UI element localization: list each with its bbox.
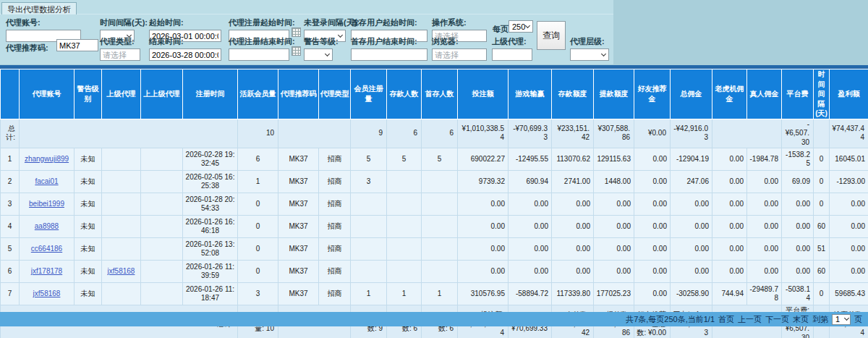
cell: jxf58168 [102,261,141,283]
cell: 690.94 [509,171,552,193]
totals-cell: - ¥6,507.30 [782,119,814,148]
cell: 未知 [75,171,102,193]
column-header: 老虎机佣金 [712,69,747,119]
cell [422,261,458,283]
cell: 1 [387,283,422,305]
cell: 0.00 [594,216,634,238]
cell: 0 [814,171,830,193]
cell: zhangwuji899 [20,148,75,171]
cell [102,148,141,171]
cell: 0.00 [782,193,814,216]
cell: 3 [1,193,20,216]
column-header: 盈利额 [830,69,868,119]
start-time-label: 起始时间: [149,17,221,28]
cell: MK37 [278,171,319,193]
calendar-icon[interactable] [292,46,301,56]
agent-ref-input[interactable] [56,39,98,51]
parent-agent-label: 上级代理: [492,36,532,47]
cell: 0.00 [712,238,747,261]
first-deposit-end-input[interactable] [351,48,427,61]
agent-account-link[interactable]: beibei1999 [29,200,64,208]
cell: 0.00 [747,171,782,193]
end-time-label: 结束时间: [149,36,221,47]
cell [141,148,183,171]
table-row: 3beibei1999未知2026-01-28 20:54:330MK37招商0… [1,193,868,216]
cell: -1984.78 [747,148,782,171]
cell: 113070.62 [552,148,594,171]
agent-reg-start-label: 代理注册起始时间: [229,17,295,28]
agent-level-select[interactable] [570,48,609,61]
goto-page-prefix: 到第 [812,314,828,325]
agent-reg-end-input[interactable] [229,48,289,61]
column-header: 上级代理 [102,69,141,119]
cell [387,238,422,261]
end-time-input[interactable] [149,48,221,61]
cell: 9739.32 [458,171,509,193]
totals-cell [814,119,830,148]
cell [351,261,387,283]
cell: 0.00 [830,216,868,238]
cell [387,216,422,238]
cell [387,193,422,216]
table-row: 2facai01未知2026-02-05 16:25:381MK37招商3973… [1,171,868,193]
page-number-select[interactable]: 1 [832,314,851,325]
last-page-link[interactable]: 末页 [793,314,809,325]
cell: 0.00 [830,193,868,216]
cell: aa8988 [20,216,75,238]
agent-account-link[interactable]: jxf178178 [31,267,62,275]
agent-account-link[interactable]: zhangwuji899 [25,155,69,163]
agent-type-label: 代理类型: [100,36,140,47]
cell: 招商 [319,261,351,283]
warning-level-select[interactable] [304,48,333,61]
first-deposit-start-label: 首存用户起始时间: [351,17,427,28]
agent-type-input[interactable] [100,48,140,61]
cell: 0.00 [594,261,634,283]
next-page-link[interactable]: 下一页 [765,314,789,325]
agent-account-link[interactable]: jxf58168 [33,290,61,297]
totals-cell: 6 [387,119,422,148]
table-row: 4aa8988未知2026-01-26 16:46:180MK37招商0.000… [1,216,868,238]
cell: 0.00 [458,261,509,283]
per-page-select[interactable]: 250 [509,20,533,33]
agent-level-label: 代理层级: [570,36,609,47]
table-row: 5cc664186未知2026-01-26 13:52:080MK37招商0.0… [1,238,868,261]
cell: 0.00 [509,193,552,216]
first-page-link[interactable]: 首页 [718,314,734,325]
parent-agent-link[interactable]: jxf58168 [108,267,135,275]
cell: 0.00 [634,261,671,283]
cell: 0.00 [747,216,782,238]
totals-cell [20,119,238,148]
chevron-down-icon [325,51,330,56]
totals-cell: 总计: [1,119,20,148]
agent-ref-label: 代理推荐码: [6,43,48,54]
agent-account-link[interactable]: aa8988 [35,222,59,230]
browser-input[interactable] [432,48,487,61]
column-header: 代理类型 [319,69,351,119]
cell: 6 [1,261,20,283]
chevron-down-icon [601,51,606,56]
query-button[interactable]: 查询 [537,21,566,50]
pagination-bar: 共7条,每页250条,当前1/1 首页 上一页 下一页 末页 到第 1 页 [0,312,868,326]
cell: -58894.72 [509,283,552,305]
cell: 0.00 [458,193,509,216]
cell [351,238,387,261]
cell: 247.06 [671,171,712,193]
agent-account-link[interactable]: cc664186 [31,245,62,253]
agent-account-link[interactable]: facai01 [35,177,58,185]
column-header: 会员注册量 [351,69,387,119]
pagination-summary: 共7条,每页250条,当前1/1 [626,314,715,325]
parent-agent-input[interactable] [492,48,532,61]
cell: 2 [1,171,20,193]
cell: 0.00 [634,216,671,238]
tab-export-agent-analysis[interactable]: 导出代理数据分析 [1,2,77,14]
cell: 1 [1,148,20,171]
per-page-label: 每页 [493,24,509,35]
cell: 0 [238,261,278,283]
cell: 0.00 [458,216,509,238]
prev-page-link[interactable]: 上一页 [738,314,762,325]
cell: 0.00 [594,193,634,216]
column-header: 真人佣金 [747,69,782,119]
cell: facai01 [20,171,75,193]
cell: 2026-01-26 11:39:59 [183,261,238,283]
cell: 690022.27 [458,148,509,171]
